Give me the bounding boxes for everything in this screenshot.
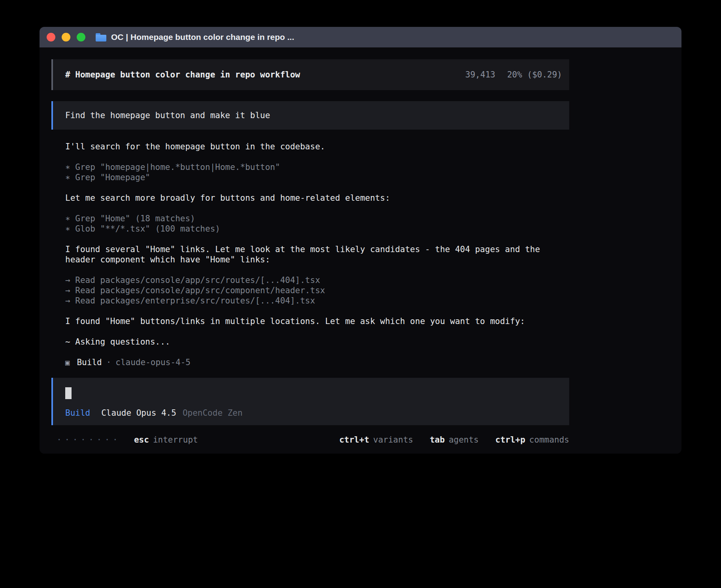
text-line: I found "Home" buttons/links in multiple…	[65, 316, 555, 326]
tool-call-line: → Read packages/console/app/src/componen…	[65, 285, 555, 296]
input-model-label[interactable]: Claude Opus 4.5	[101, 408, 176, 418]
traffic-lights	[47, 33, 85, 41]
agent-name: Build	[77, 357, 102, 368]
tool-call-line: → Read packages/enterprise/src/routes/[.…	[65, 296, 555, 306]
tool-call-group: → Read packages/console/app/src/routes/[…	[51, 275, 569, 306]
text-line: ~ Asking questions...	[65, 337, 555, 347]
session-stats: 39,41320% ($0.29)	[465, 70, 562, 80]
agents-label: agents	[449, 435, 479, 445]
tool-call-line: ∗ Glob "**/*.tsx" (100 matches)	[65, 224, 555, 234]
agents-hint: tabagents	[430, 435, 479, 445]
spinner: ········	[57, 435, 121, 445]
tab-key: tab	[430, 435, 445, 445]
assistant-text-block: I found several "Home" links. Let me loo…	[51, 244, 569, 265]
tool-call-line: ∗ Grep "Homepage"	[65, 172, 555, 183]
user-message: Find the homepage button and make it blu…	[51, 101, 569, 130]
window-title: OC | Homepage button color change in rep…	[111, 32, 294, 42]
ctrl-t-key: ctrl+t	[339, 435, 369, 445]
text-line: Let me search more broadly for buttons a…	[65, 193, 555, 203]
title-area: OC | Homepage button color change in rep…	[96, 32, 294, 42]
interrupt-hint: escinterrupt	[134, 435, 198, 445]
agent-status-line: ▣ Build · claude-opus-4-5	[51, 357, 569, 368]
agent-icon: ▣	[65, 357, 70, 368]
input-provider-label: OpenCode Zen	[183, 408, 243, 418]
text-cursor	[65, 387, 72, 399]
user-message-text: Find the homepage button and make it blu…	[65, 110, 270, 121]
session-header: # Homepage button color change in repo w…	[51, 59, 569, 90]
close-button[interactable]	[47, 33, 55, 41]
titlebar[interactable]: OC | Homepage button color change in rep…	[40, 27, 681, 47]
conversation: I'll search for the homepage button in t…	[51, 141, 569, 347]
terminal-window: OC | Homepage button color change in rep…	[40, 27, 681, 454]
assistant-text-block: I found "Home" buttons/links in multiple…	[51, 316, 569, 326]
prompt-input[interactable]: Build Claude Opus 4.5 OpenCode Zen	[51, 378, 569, 425]
context-usage: 20% ($0.29)	[507, 70, 562, 79]
session-title: # Homepage button color change in repo w…	[65, 70, 300, 80]
terminal-content: # Homepage button color change in repo w…	[40, 47, 681, 445]
status-block: ~ Asking questions...	[51, 337, 569, 347]
agent-separator: ·	[106, 357, 111, 368]
commands-hint: ctrl+pcommands	[495, 435, 569, 445]
input-agent-label[interactable]: Build	[65, 408, 90, 418]
tool-call-line: ∗ Grep "Home" (18 matches)	[65, 213, 555, 224]
input-meta: Build Claude Opus 4.5 OpenCode Zen	[65, 408, 560, 418]
token-count: 39,413	[465, 70, 495, 79]
zoom-button[interactable]	[77, 33, 85, 41]
status-bar: ········ escinterrupt ctrl+tvariants tab…	[51, 435, 569, 445]
minimize-button[interactable]	[62, 33, 70, 41]
status-bar-right: ctrl+tvariants tabagents ctrl+pcommands	[339, 435, 569, 445]
tool-call-line: ∗ Grep "homepage|home.*button|Home.*butt…	[65, 162, 555, 172]
ctrl-p-key: ctrl+p	[495, 435, 525, 445]
variants-label: variants	[373, 435, 413, 445]
folder-icon	[96, 33, 106, 41]
tool-call-group: ∗ Grep "Home" (18 matches)∗ Glob "**/*.t…	[51, 213, 569, 234]
assistant-text-block: Let me search more broadly for buttons a…	[51, 193, 569, 203]
text-line: I found several "Home" links. Let me loo…	[65, 244, 555, 265]
assistant-text-block: I'll search for the homepage button in t…	[51, 141, 569, 152]
tool-call-line: → Read packages/console/app/src/routes/[…	[65, 275, 555, 285]
agent-model: claude-opus-4-5	[115, 357, 191, 368]
status-bar-left: ········ escinterrupt	[57, 435, 198, 445]
text-line: I'll search for the homepage button in t…	[65, 141, 555, 152]
tool-call-group: ∗ Grep "homepage|home.*button|Home.*butt…	[51, 162, 569, 183]
esc-label: interrupt	[153, 435, 198, 445]
esc-key: esc	[134, 435, 149, 445]
commands-label: commands	[529, 435, 569, 445]
variants-hint: ctrl+tvariants	[339, 435, 413, 445]
